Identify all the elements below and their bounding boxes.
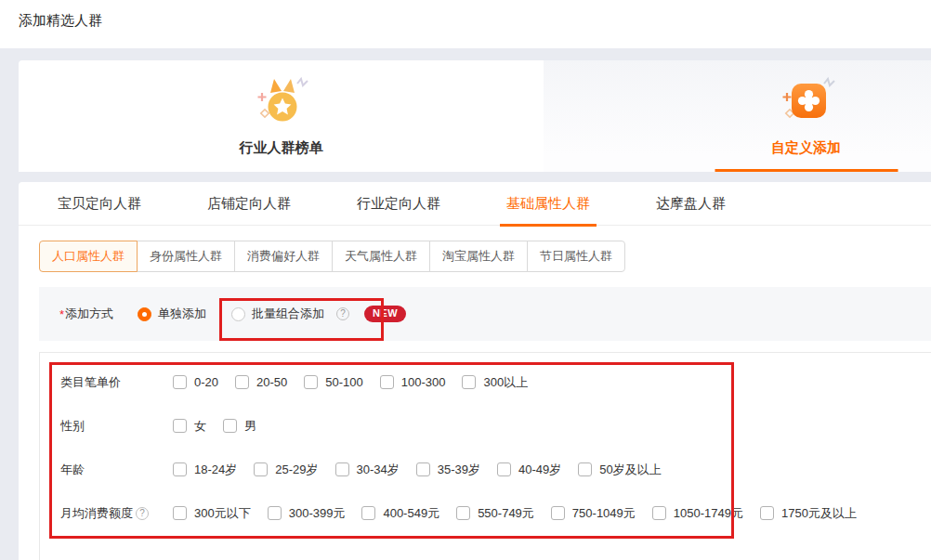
checkbox-label: 300-399元 [289, 505, 346, 522]
radio-option-batch-combo-add[interactable]: 批量组合添加 ? NEW [231, 306, 406, 322]
selected-tab-underline [715, 169, 898, 172]
nav-tabs: 宝贝定向人群 店铺定向人群 行业定向人群 基础属性人群 达摩盘人群 [19, 182, 931, 226]
checkbox-box[interactable] [456, 506, 470, 520]
checkbox-option[interactable]: 300-399元 [268, 505, 346, 522]
checkbox-option[interactable]: 30-34岁 [335, 462, 400, 478]
checkbox-box[interactable] [304, 375, 318, 389]
sub-tab-taobao[interactable]: 淘宝属性人群 [429, 241, 528, 272]
help-icon[interactable]: ? [336, 307, 349, 320]
radio-label: 批量组合添加 [252, 306, 324, 322]
help-icon[interactable]: ? [136, 507, 149, 520]
sub-tab-consumption-preference[interactable]: 消费偏好人群 [234, 241, 333, 272]
checkbox-label: 300以上 [483, 374, 528, 391]
checkbox-option[interactable]: 男 [223, 418, 256, 435]
top-tab-label: 自定义添加 [771, 139, 841, 157]
checkbox-box[interactable] [235, 375, 249, 389]
filter-row-category-price: 类目笔单价 0-20 20-50 50-100 100-300 300以上 [40, 360, 931, 404]
checkbox-label: 20-50 [256, 375, 287, 389]
checkbox-option[interactable]: 1750元及以上 [760, 505, 857, 522]
nav-tab-basic-attributes[interactable]: 基础属性人群 [500, 195, 597, 227]
checkbox-box[interactable] [462, 375, 476, 389]
new-badge: NEW [364, 306, 406, 322]
checkbox-box[interactable] [578, 462, 592, 476]
checkbox-option[interactable]: 400-549元 [361, 505, 439, 522]
filter-options: 18-24岁 25-29岁 30-34岁 35-39岁 40-49岁 50岁及以… [173, 462, 662, 478]
checkbox-option[interactable]: 女 [173, 418, 206, 435]
checkbox-box[interactable] [173, 506, 187, 520]
checkbox-label: 550-749元 [478, 505, 534, 522]
filter-row-gender: 性别 女 男 [40, 404, 931, 448]
puzzle-icon [776, 75, 837, 133]
checkbox-option[interactable]: 0-20 [173, 375, 218, 389]
checkbox-option[interactable]: 550-749元 [456, 505, 534, 522]
top-tab-industry-ranking[interactable]: 行业人群榜单 [19, 60, 544, 172]
checkbox-label: 50-100 [325, 375, 362, 389]
required-asterisk: * [59, 307, 64, 321]
checkbox-box[interactable] [551, 506, 565, 520]
filter-row-monthly-spend: 月均消费额度 ? 300元以下 300-399元 400-549元 550-74… [40, 491, 931, 535]
top-tab-label: 行业人群榜单 [240, 139, 323, 157]
checkbox-label: 1050-1749元 [674, 505, 743, 522]
checkbox-box[interactable] [173, 375, 187, 389]
checkbox-option[interactable]: 35-39岁 [416, 462, 480, 478]
checkbox-box[interactable] [760, 506, 774, 520]
checkbox-label: 男 [244, 418, 256, 435]
checkbox-label: 女 [194, 418, 206, 435]
sub-tab-demographic[interactable]: 人口属性人群 [39, 241, 138, 272]
checkbox-option[interactable]: 25-29岁 [254, 462, 318, 478]
checkbox-label: 35-39岁 [438, 462, 480, 478]
checkbox-label: 750-1049元 [572, 505, 636, 522]
checkbox-box[interactable] [268, 506, 282, 520]
sub-tab-festival[interactable]: 节日属性人群 [527, 241, 625, 272]
checkbox-option[interactable]: 18-24岁 [173, 462, 237, 478]
add-mode-panel: * 添加方式 单独添加 批量组合添加 ? NEW [39, 287, 931, 341]
checkbox-option[interactable]: 40-49岁 [497, 462, 561, 478]
checkbox-box[interactable] [335, 462, 349, 476]
filter-label-text: 月均消费额度 [60, 505, 133, 522]
checkbox-box[interactable] [497, 462, 511, 476]
medal-icon [251, 75, 312, 133]
checkbox-box[interactable] [173, 462, 187, 476]
nav-tab-item-targeting[interactable]: 宝贝定向人群 [51, 195, 148, 225]
checkbox-box[interactable] [173, 419, 187, 433]
radio-option-single-add[interactable]: 单独添加 [138, 306, 206, 322]
filter-options: 0-20 20-50 50-100 100-300 300以上 [173, 374, 528, 391]
checkbox-label: 400-549元 [383, 505, 439, 522]
checkbox-option[interactable]: 100-300 [380, 375, 446, 389]
nav-tab-damopan[interactable]: 达摩盘人群 [649, 195, 732, 225]
sub-tab-identity[interactable]: 身份属性人群 [137, 241, 235, 272]
checkbox-option[interactable]: 50岁及以上 [578, 462, 661, 478]
checkbox-box[interactable] [254, 462, 268, 476]
checkbox-label: 1750元及以上 [781, 505, 857, 522]
checkbox-box[interactable] [652, 506, 666, 520]
checkbox-option[interactable]: 20-50 [235, 375, 287, 389]
add-mode-label: 添加方式 [65, 306, 113, 322]
nav-tab-industry-targeting[interactable]: 行业定向人群 [350, 195, 447, 225]
filter-label: 月均消费额度 ? [60, 505, 173, 522]
sub-tabs: 人口属性人群 身份属性人群 消费偏好人群 天气属性人群 淘宝属性人群 节日属性人… [39, 241, 625, 272]
checkbox-box[interactable] [416, 462, 430, 476]
checkbox-label: 30-34岁 [357, 462, 400, 478]
checkbox-option[interactable]: 300以上 [462, 374, 528, 391]
checkbox-box[interactable] [361, 506, 375, 520]
radio-label: 单独添加 [158, 306, 206, 322]
radio-unselected-icon[interactable] [231, 307, 245, 321]
checkbox-label: 40-49岁 [518, 462, 561, 478]
filter-options: 女 男 [173, 418, 256, 435]
filter-label: 年龄 [60, 462, 173, 478]
checkbox-option[interactable]: 750-1049元 [551, 505, 636, 522]
nav-tab-shop-targeting[interactable]: 店铺定向人群 [201, 195, 297, 225]
checkbox-option[interactable]: 300元以下 [173, 505, 251, 522]
filters-panel: 类目笔单价 0-20 20-50 50-100 100-300 300以上 性别… [39, 352, 931, 560]
checkbox-box[interactable] [380, 375, 394, 389]
checkbox-label: 0-20 [194, 375, 218, 389]
checkbox-option[interactable]: 50-100 [304, 375, 362, 389]
content-card: 宝贝定向人群 店铺定向人群 行业定向人群 基础属性人群 达摩盘人群 人口属性人群… [19, 182, 931, 560]
sub-tab-weather[interactable]: 天气属性人群 [332, 241, 430, 272]
page-title: 添加精选人群 [19, 12, 102, 30]
filter-options: 300元以下 300-399元 400-549元 550-749元 750-10… [173, 505, 857, 522]
checkbox-box[interactable] [223, 419, 237, 433]
top-tab-custom-add[interactable]: 自定义添加 [544, 60, 931, 172]
checkbox-option[interactable]: 1050-1749元 [652, 505, 743, 522]
radio-selected-icon[interactable] [138, 307, 151, 321]
